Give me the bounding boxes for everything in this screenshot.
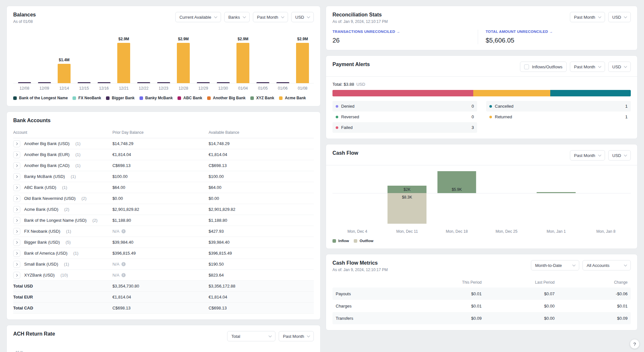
chevron-right-icon xyxy=(15,208,18,210)
legend-swatch xyxy=(13,96,17,100)
bank-account-row[interactable]: Acme Bank (USD)(2)$2,901,829.82$2,901,82… xyxy=(13,204,314,215)
bank-account-row[interactable]: Banky McBank (USD)(1)$100.00$100.00 xyxy=(13,171,314,182)
chevron-right-icon xyxy=(15,219,18,221)
help-button[interactable]: ? xyxy=(630,339,639,349)
balance-bar[interactable] xyxy=(256,82,269,83)
balance-bar[interactable] xyxy=(137,82,150,83)
bank-account-row[interactable]: Old Bank Nevermind (USD)(2)$0.00$0.00 xyxy=(13,193,314,204)
balance-bar[interactable] xyxy=(276,82,289,83)
legend-item: Bigger Bank xyxy=(106,96,135,100)
reconciliation-period-dropdown[interactable]: Past Month xyxy=(570,12,605,22)
balance-bar[interactable] xyxy=(38,82,51,83)
reconciliation-currency-dropdown[interactable]: USD xyxy=(608,12,631,22)
legend-swatch xyxy=(178,96,181,100)
balance-bar[interactable] xyxy=(98,82,111,83)
reconciliation-header: Reconciliation Stats As of: Jan 9, 2024,… xyxy=(332,12,631,24)
alert-count: 0 xyxy=(472,114,474,119)
bank-account-row[interactable]: Bank of America (USD)(1)$396,815.49$396,… xyxy=(13,248,314,259)
expand-row-button[interactable] xyxy=(13,140,20,147)
info-icon[interactable]: i xyxy=(121,229,126,233)
expand-row-button[interactable] xyxy=(13,162,20,169)
available-balance-value: $427.93 xyxy=(208,229,224,234)
legend-item: XYZ Bank xyxy=(250,96,274,100)
balance-bar[interactable] xyxy=(177,43,190,83)
column-header-last-period: Last Period xyxy=(482,280,555,285)
balance-bar[interactable] xyxy=(18,82,31,83)
prior-balance-cell: N/Ai xyxy=(112,273,209,278)
bank-account-row[interactable]: Another Big Bank (EUR)(1)€1,814.04€1,814… xyxy=(13,149,314,160)
expand-row-button[interactable] xyxy=(13,195,20,202)
total-amount-unreconciled-value: $5,606.05 xyxy=(486,37,631,44)
bank-total-row: Total USD$3,354,730.80$3,356,172.88 xyxy=(13,281,314,292)
balance-chart-column: 12/30 xyxy=(213,29,233,91)
balance-type-dropdown[interactable]: Current Available xyxy=(175,12,221,22)
balance-bar[interactable] xyxy=(157,82,170,83)
alerts-currency-dropdown[interactable]: USD xyxy=(608,62,631,72)
balance-bar[interactable] xyxy=(78,82,91,83)
legend-item: FX NeoBank xyxy=(72,96,101,100)
balance-bar[interactable] xyxy=(197,82,210,83)
total-prior-balance: C$698.13 xyxy=(112,306,209,310)
alert-legend-row: Returned1 xyxy=(486,112,631,122)
bank-account-row[interactable]: XYZBank (USD)(10)N/Ai$823.64 xyxy=(13,270,314,281)
bank-account-row[interactable]: Small Bank (USD)(1)N/Ai$190.50 xyxy=(13,259,314,270)
balance-bar[interactable] xyxy=(117,43,130,83)
payment-alerts-header: Payment Alerts Inflows/Outflows Past Mon… xyxy=(332,62,631,72)
ach-period-dropdown[interactable]: Past Month xyxy=(279,331,314,341)
transactions-unreconciled-link[interactable]: TRANSACTIONS UNRECONCILED → xyxy=(332,30,478,34)
chevron-down-icon xyxy=(624,153,627,157)
account-cell: Acme Bank (USD)(2) xyxy=(13,206,112,213)
expand-row-button[interactable] xyxy=(13,206,20,213)
bank-account-row[interactable]: Another Big Bank (USD)(1)$14,748.29$14,7… xyxy=(13,138,314,149)
legend-item: Another Big Bank xyxy=(207,96,245,100)
balances-period-dropdown[interactable]: Past Month xyxy=(253,12,288,22)
inflows-outflows-checkbox[interactable] xyxy=(524,64,529,69)
alert-count: 0 xyxy=(472,104,474,109)
inflows-outflows-toggle[interactable]: Inflows/Outflows xyxy=(520,62,567,72)
expand-row-button[interactable] xyxy=(13,261,20,268)
account-cell: Banky McBank (USD)(1) xyxy=(13,173,112,180)
expand-row-button[interactable] xyxy=(13,184,20,191)
legend-label: Acme Bank xyxy=(285,96,306,100)
info-icon[interactable]: i xyxy=(121,262,126,266)
expand-row-button[interactable] xyxy=(13,151,20,158)
bank-account-row[interactable]: Another Big Bank (CAD)(1)C$698.13C$698.1… xyxy=(13,160,314,171)
alerts-currency-dropdown-label: USD xyxy=(612,64,621,69)
balance-chart-column: 01/06 xyxy=(273,29,293,91)
total-amount-unreconciled-link[interactable]: TOTAL AMOUNT UNRECONCILED → xyxy=(486,30,631,34)
ach-metric-dropdown[interactable]: Total xyxy=(227,331,275,341)
expand-row-button[interactable] xyxy=(13,173,20,180)
expand-row-button[interactable] xyxy=(13,217,20,224)
bank-account-row[interactable]: ABC Bank (USD)(1)$64.00$64.00 xyxy=(13,182,314,193)
cash-flow-period-dropdown[interactable]: Past Month xyxy=(570,150,605,161)
bank-account-row[interactable]: Bank of the Longest Name (USD)(2)$1,188.… xyxy=(13,215,314,226)
metric-name: Charges xyxy=(336,304,409,308)
balances-currency-dropdown[interactable]: USD xyxy=(291,12,314,22)
metrics-period-dropdown[interactable]: Month-to-Date xyxy=(531,260,579,270)
expand-row-button[interactable] xyxy=(13,250,20,257)
metrics-accounts-dropdown[interactable]: All Accounts xyxy=(582,260,631,270)
balance-bar[interactable] xyxy=(236,43,249,83)
legend-label: XYZ Bank xyxy=(256,96,274,100)
header-divider xyxy=(326,165,637,165)
group-by-dropdown[interactable]: Banks xyxy=(224,12,250,22)
balance-bar[interactable] xyxy=(217,82,230,83)
status-dot xyxy=(489,116,492,118)
bank-account-row[interactable]: FX Neobank (USD)(1)N/Ai$427.93 xyxy=(13,226,314,237)
chevron-down-icon xyxy=(624,15,627,18)
reconciliation-stats: TRANSACTIONS UNRECONCILED → 26 TOTAL AMO… xyxy=(332,30,631,44)
balance-bar[interactable] xyxy=(58,64,71,83)
alert-count: 1 xyxy=(625,114,628,119)
expand-row-button[interactable] xyxy=(13,272,20,279)
prior-balance-cell: N/Ai xyxy=(112,262,209,267)
prior-balance-value: $0.00 xyxy=(112,196,123,201)
alerts-period-dropdown[interactable]: Past Month xyxy=(570,62,605,72)
info-icon[interactable]: i xyxy=(121,273,126,277)
expand-row-button[interactable] xyxy=(13,239,20,246)
cash-flow-currency-dropdown[interactable]: USD xyxy=(608,150,631,161)
column-header-account: Account xyxy=(13,130,112,135)
expand-row-button[interactable] xyxy=(13,228,20,235)
ach-chart: 16 % 12 % xyxy=(13,350,314,352)
bank-account-row[interactable]: Bigger Bank (USD)(5)$39,984.40$39,984.40 xyxy=(13,237,314,248)
balance-bar[interactable] xyxy=(296,43,309,83)
